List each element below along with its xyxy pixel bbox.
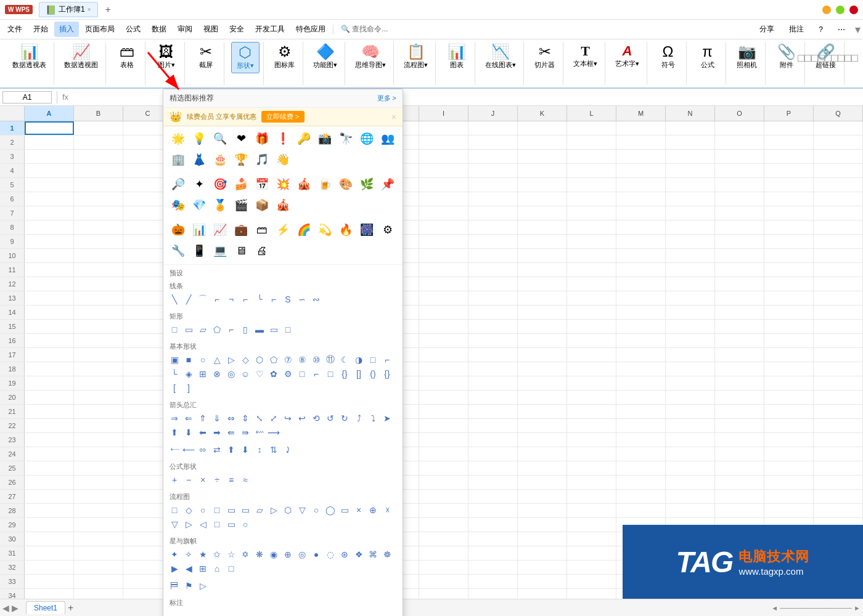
icon-item[interactable]: 🍰 — [231, 174, 251, 194]
cell[interactable] — [25, 391, 74, 404]
shape-rect1[interactable]: □ — [168, 323, 181, 336]
cell[interactable] — [25, 320, 74, 333]
cell[interactable] — [419, 405, 468, 418]
cell[interactable] — [715, 221, 764, 234]
cell[interactable] — [715, 476, 764, 489]
icon-item[interactable]: 📅 — [252, 174, 272, 194]
col-header-B[interactable]: B — [74, 106, 123, 121]
shape-formula3[interactable]: × — [197, 474, 209, 486]
icon-item[interactable]: 👋 — [273, 150, 293, 169]
cell[interactable] — [518, 518, 567, 532]
cell[interactable] — [715, 121, 764, 135]
shape-flow22[interactable]: ○ — [239, 518, 252, 530]
shape-flow9[interactable]: ⬡ — [282, 504, 294, 516]
shape-arrow26[interactable]: ⟵ — [182, 444, 195, 456]
shape-basic18[interactable]: ◈ — [182, 368, 195, 380]
cell[interactable] — [518, 433, 567, 447]
cell[interactable] — [764, 348, 814, 362]
cell[interactable] — [616, 348, 666, 362]
cell[interactable] — [25, 405, 74, 418]
row-number[interactable]: 17 — [0, 348, 25, 362]
cell[interactable] — [567, 320, 616, 333]
cell[interactable] — [567, 362, 616, 376]
cell[interactable] — [666, 504, 715, 517]
shape-arrow30[interactable]: ⬇ — [239, 444, 252, 456]
cell[interactable] — [468, 291, 518, 305]
icon-item[interactable]: 🎨 — [336, 174, 356, 194]
cell[interactable] — [616, 206, 666, 220]
shape-rect3[interactable]: ▱ — [197, 323, 209, 336]
cell[interactable] — [518, 192, 567, 206]
sheet-tab-sheet1[interactable]: Sheet1 — [26, 601, 65, 614]
cell[interactable] — [764, 263, 814, 277]
cell[interactable] — [764, 164, 814, 177]
cell[interactable] — [468, 476, 518, 489]
cell[interactable] — [666, 291, 715, 305]
shape-basic8[interactable]: ⬠ — [268, 354, 280, 366]
row-number[interactable]: 2 — [0, 136, 25, 149]
cell[interactable] — [25, 546, 74, 560]
cell[interactable] — [666, 178, 715, 192]
cell[interactable] — [518, 178, 567, 192]
cell[interactable] — [419, 518, 468, 532]
cell[interactable] — [518, 150, 567, 163]
shape-arrow31[interactable]: ↕ — [253, 444, 266, 456]
row-number[interactable]: 8 — [0, 221, 25, 234]
icon-item[interactable]: 🎬 — [231, 195, 251, 215]
cell[interactable] — [419, 362, 468, 376]
cell[interactable] — [74, 150, 123, 163]
shape-star21[interactable]: □ — [225, 562, 237, 575]
cell[interactable] — [567, 291, 616, 305]
cell[interactable] — [74, 235, 123, 248]
cell[interactable] — [814, 461, 863, 475]
icon-item[interactable]: 📸 — [315, 129, 335, 148]
cell[interactable] — [567, 575, 616, 588]
add-sheet-btn[interactable]: + — [68, 602, 73, 614]
cell[interactable] — [715, 376, 764, 390]
cell[interactable] — [814, 136, 863, 149]
cell[interactable] — [814, 348, 863, 362]
cell[interactable] — [567, 589, 616, 599]
cell[interactable] — [468, 518, 518, 532]
menu-review[interactable]: 审阅 — [173, 22, 197, 37]
cell[interactable] — [419, 136, 468, 149]
cell[interactable] — [666, 164, 715, 177]
col-header-N[interactable]: N — [666, 106, 715, 121]
cell[interactable] — [74, 433, 123, 447]
cell[interactable] — [764, 447, 814, 461]
shape-basic14[interactable]: ◑ — [353, 354, 365, 366]
shape-formula4[interactable]: ÷ — [211, 474, 223, 486]
icon-item[interactable]: 📦 — [252, 195, 272, 215]
cell[interactable] — [468, 391, 518, 404]
cell[interactable] — [666, 206, 715, 220]
cell[interactable] — [419, 291, 468, 305]
row-number[interactable]: 30 — [0, 532, 25, 546]
cell[interactable] — [666, 263, 715, 277]
cell[interactable] — [567, 348, 616, 362]
textbox-btn[interactable]: T 文本框▾ — [570, 42, 601, 71]
shape-basic19[interactable]: ⊞ — [197, 368, 209, 380]
shape-formula5[interactable]: ≡ — [225, 474, 237, 486]
cell[interactable] — [715, 334, 764, 347]
cell[interactable] — [518, 575, 567, 588]
cell[interactable] — [468, 348, 518, 362]
row-number[interactable]: 24 — [0, 447, 25, 461]
share-btn[interactable]: 分享 — [755, 22, 779, 37]
attachment-btn[interactable]: 📎 附件 — [772, 42, 801, 72]
cell[interactable] — [25, 121, 74, 135]
shape-arrow3[interactable]: ⇑ — [197, 412, 209, 424]
cell[interactable] — [567, 206, 616, 220]
cell[interactable] — [764, 476, 814, 489]
shape-line4[interactable]: ⌐ — [211, 293, 223, 306]
menu-special[interactable]: 特色应用 — [291, 22, 330, 37]
shape-flag3[interactable]: ▷ — [197, 580, 209, 592]
cell[interactable] — [666, 433, 715, 447]
shape-flow21[interactable]: ▭ — [225, 518, 237, 530]
cell[interactable] — [616, 433, 666, 447]
cell[interactable] — [468, 150, 518, 163]
shape-arrow19[interactable]: ⬅ — [197, 426, 209, 439]
cell[interactable] — [715, 405, 764, 418]
cell[interactable] — [616, 461, 666, 475]
shape-line2[interactable]: ╱ — [182, 293, 195, 306]
shape-flow1[interactable]: □ — [168, 504, 181, 516]
